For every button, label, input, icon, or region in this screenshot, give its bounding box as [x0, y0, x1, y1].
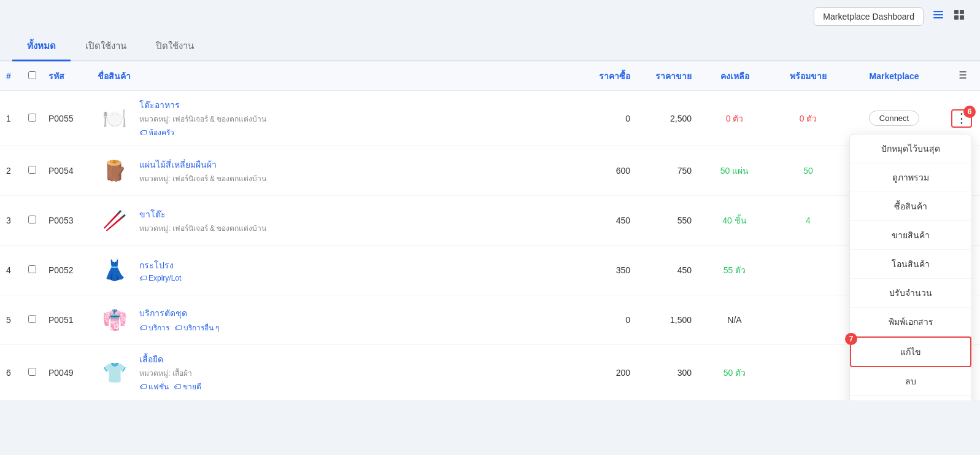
row-check[interactable] [22, 146, 42, 196]
stock-link[interactable]: 0 ตัว [726, 114, 744, 123]
svg-rect-5 [954, 15, 959, 20]
row-check[interactable] [22, 345, 42, 400]
connect-button[interactable]: Connect [869, 111, 919, 126]
product-tag[interactable]: 🏷 บริการอื่น ๆ [174, 322, 219, 333]
product-tag[interactable]: 🏷 Expiry/Lot [139, 274, 181, 282]
row-check[interactable] [22, 295, 42, 345]
menu-item-sell[interactable]: ขายสินค้า [850, 221, 971, 250]
menu-item-adjust[interactable]: ปรับจำนวน [850, 279, 971, 308]
product-name[interactable]: เสื้อยืด [139, 352, 204, 366]
tabs-bar: ทั้งหมด เปิดใช้งาน ปิดใช้งาน [0, 33, 980, 61]
stock-link[interactable]: 50 ตัว [723, 368, 746, 378]
row-sell-price: 300 [636, 345, 698, 400]
stock-link[interactable]: 55 ตัว [723, 265, 746, 275]
ready-link[interactable]: 0 ตัว [800, 114, 817, 123]
row-buy-price: 0 [575, 91, 636, 146]
product-name[interactable]: โต๊ะอาหาร [139, 98, 266, 112]
select-all-checkbox[interactable] [28, 71, 36, 79]
row-sell-price: 1,500 [636, 295, 698, 345]
table-container: # รหัส ชื่อสินค้า ราคาซื้อ ราคาขาย คงเหล… [0, 61, 980, 400]
row-ready[interactable]: 50 [771, 146, 845, 196]
row-checkbox[interactable] [28, 315, 36, 323]
row-stock[interactable]: 40 ชิ้น [698, 196, 771, 246]
product-image: 👘 [98, 303, 132, 337]
svg-rect-4 [960, 10, 964, 14]
ready-link[interactable]: 50 [803, 166, 813, 176]
menu-item-pin[interactable]: ปักหมุดไว้บนสุด [850, 134, 971, 163]
menu-item-view[interactable]: ดูภาพรวม [850, 163, 971, 192]
product-image: 👕 [98, 356, 132, 390]
product-name[interactable]: ขาโต๊ะ [139, 208, 266, 221]
col-action [943, 61, 980, 91]
product-category: หมวดหมู่: เฟอร์นิเจอร์ & ของตกแต่งบ้าน [139, 222, 266, 234]
row-check[interactable] [22, 196, 42, 246]
row-stock[interactable]: 50 ตัว [698, 345, 771, 400]
product-tag[interactable]: 🏷 ห้องครัว [139, 126, 174, 138]
grid-view-button[interactable] [951, 6, 968, 26]
svg-rect-1 [933, 14, 943, 15]
product-tags: 🏷 แฟชั่น 🏷 ขายดี [139, 379, 204, 392]
row-code: P0052 [42, 246, 91, 295]
row-stock[interactable]: 55 ตัว [698, 246, 771, 295]
product-category: หมวดหมู่: เฟอร์นิเจอร์ & ของตกแต่งบ้าน [139, 173, 266, 184]
menu-item-delete[interactable]: ลบ [850, 367, 971, 396]
row-checkbox[interactable] [28, 166, 36, 174]
product-tag[interactable]: 🏷 แฟชั่น [139, 381, 169, 392]
row-ready[interactable]: 4 [771, 196, 845, 246]
row-check[interactable] [22, 246, 42, 295]
tab-inactive[interactable]: ปิดใช้งาน [141, 33, 209, 61]
svg-rect-2 [933, 17, 943, 18]
stock-link[interactable]: 50 แผ่น [720, 166, 749, 176]
col-ready: พร้อมขาย [771, 61, 845, 91]
row-checkbox[interactable] [28, 216, 36, 224]
row-stock[interactable]: 50 แผ่น [698, 146, 771, 196]
row-buy-price: 450 [575, 196, 636, 246]
ready-link[interactable]: 4 [806, 216, 811, 225]
product-name[interactable]: กระโปรง [139, 259, 183, 272]
row-product-info: 👘 บริการตัดชุด 🏷 บริการ 🏷 บริการอื่น ๆ [91, 295, 575, 345]
row-checkbox[interactable] [28, 114, 36, 122]
row-check[interactable] [22, 91, 42, 146]
svg-rect-0 [933, 11, 943, 12]
product-image: 🍽️ [98, 101, 132, 136]
row-num: 4 [0, 246, 22, 295]
marketplace-dashboard-button[interactable]: Marketplace Dashboard [814, 7, 924, 26]
row-ready[interactable]: 0 ตัว [771, 91, 845, 146]
row-stock[interactable]: 0 ตัว [698, 91, 771, 146]
row-ready [771, 345, 845, 400]
menu-item-edit[interactable]: 7 แก้ไข [850, 336, 971, 367]
product-image: 👗 [98, 253, 132, 287]
row-checkbox[interactable] [28, 265, 36, 273]
row-product-info: 👕 เสื้อยืด หมวดหมู่: เสื้อผ้า 🏷 แฟชั่น 🏷… [91, 345, 575, 400]
menu-item-disable[interactable]: ปิดใช้งาน [850, 396, 971, 401]
menu-item-buy[interactable]: ซื้อสินค้า [850, 192, 971, 221]
row-stock: N/A [698, 295, 771, 345]
product-name[interactable]: แผ่นไม้สี่เหลี่ยมผืนผ้า [139, 158, 266, 171]
col-sell-price: ราคาขาย [636, 61, 698, 91]
stock-link[interactable]: 40 ชิ้น [722, 216, 746, 225]
table-header: # รหัส ชื่อสินค้า ราคาซื้อ ราคาขาย คงเหล… [0, 61, 980, 91]
table-row: 1 P0055 🍽️ โต๊ะอาหาร หมวดหมู่: เฟอร์นิเจ… [0, 91, 980, 146]
product-tag[interactable]: 🏷 บริการ [139, 322, 169, 333]
table-row: 2 P0054 🪵 แผ่นไม้สี่เหลี่ยมผืนผ้า หมวดหม… [0, 146, 980, 196]
tab-all[interactable]: ทั้งหมด [12, 33, 71, 61]
col-check [22, 61, 42, 91]
product-tag[interactable]: 🏷 ขายดี [174, 381, 201, 392]
product-name[interactable]: บริการตัดชุด [139, 306, 222, 320]
row-product-info: 🍽️ โต๊ะอาหาร หมวดหมู่: เฟอร์นิเจอร์ & ขอ… [91, 91, 575, 146]
row-product-info: 👗 กระโปรง 🏷 Expiry/Lot [91, 246, 575, 295]
product-tags: 🏷 Expiry/Lot [139, 272, 183, 282]
row-buy-price: 200 [575, 345, 636, 400]
row-buy-price: 600 [575, 146, 636, 196]
row-num: 6 [0, 345, 22, 400]
tab-active[interactable]: เปิดใช้งาน [71, 33, 141, 61]
menu-item-print[interactable]: พิมพ์เอกสาร [850, 308, 971, 336]
menu-item-move[interactable]: โอนสินค้า [850, 250, 971, 279]
list-view-button[interactable] [930, 6, 947, 26]
row-code: P0055 [42, 91, 91, 146]
product-image: 🪵 [98, 154, 132, 188]
more-actions-button[interactable]: ⋮ 6 [951, 109, 972, 128]
edit-badge: 7 [845, 333, 857, 345]
svg-rect-6 [960, 15, 964, 20]
row-checkbox[interactable] [28, 368, 36, 376]
